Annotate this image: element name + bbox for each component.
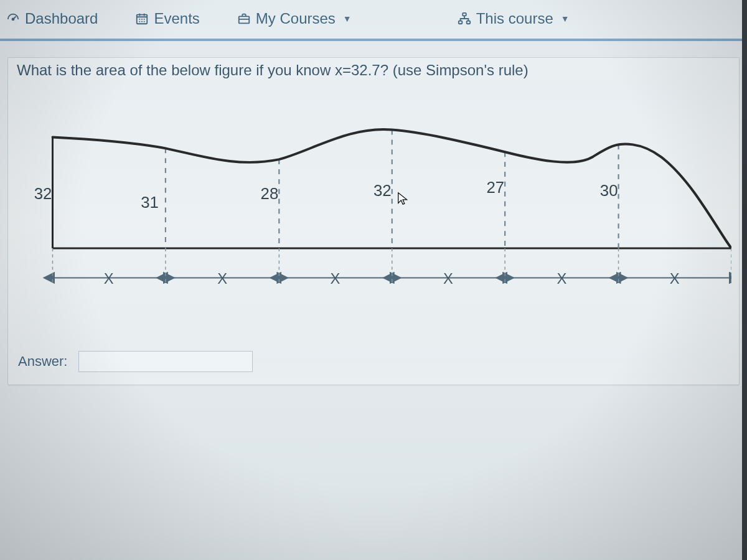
x-label-3: X [443,270,453,287]
nav-this-course-label: This course [476,10,553,27]
answer-input[interactable] [78,351,253,372]
ord-label-4: 27 [486,179,504,196]
briefcase-icon [237,12,251,26]
question-card: What is the area of the below figure if … [7,57,740,385]
x-label-5: X [670,270,680,287]
navbar: Dashboard Events My Courses ▼ This co [0,0,747,41]
nav-my-courses[interactable]: My Courses ▼ [237,10,352,27]
nav-events[interactable]: Events [135,10,199,27]
question-text: What is the area of the below figure if … [16,58,731,85]
nav-dashboard-label: Dashboard [25,10,98,27]
x-label-0: X [104,270,114,287]
figure-ordinate-labels: 32 31 28 32 27 30 [34,179,618,212]
ord-label-5: 30 [600,182,618,199]
scrollbar-track[interactable] [742,0,747,560]
nav-events-label: Events [154,10,199,27]
cursor-icon [397,190,410,207]
gauge-icon [6,12,20,26]
answer-row: Answer: [16,343,731,376]
sitemap-icon [458,12,471,26]
x-label-1: X [217,270,227,287]
nav-this-course[interactable]: This course ▼ [458,10,570,27]
nav-dashboard[interactable]: Dashboard [6,10,98,27]
chevron-down-icon: ▼ [343,14,352,24]
x-label-2: X [331,270,341,287]
content-area: What is the area of the below figure if … [0,41,747,393]
svg-rect-4 [459,21,463,24]
ord-label-2: 28 [261,185,279,202]
simpson-figure-svg: 32 31 28 32 27 30 [16,100,731,322]
calendar-icon [135,12,149,26]
figure-x-labels: X X X X X X [104,270,680,287]
x-label-4: X [557,270,566,287]
ord-label-0: 32 [34,185,52,202]
svg-rect-5 [466,21,470,24]
svg-point-0 [12,18,14,20]
svg-rect-2 [239,16,250,23]
nav-my-courses-label: My Courses [256,10,336,27]
answer-label: Answer: [18,353,67,370]
figure-ordinates-dashed [166,130,619,248]
chevron-down-icon: ▼ [561,14,570,24]
ord-label-1: 31 [141,194,159,211]
ord-label-3: 32 [374,182,392,199]
svg-rect-3 [463,13,466,16]
figure: 32 31 28 32 27 30 [16,96,731,329]
